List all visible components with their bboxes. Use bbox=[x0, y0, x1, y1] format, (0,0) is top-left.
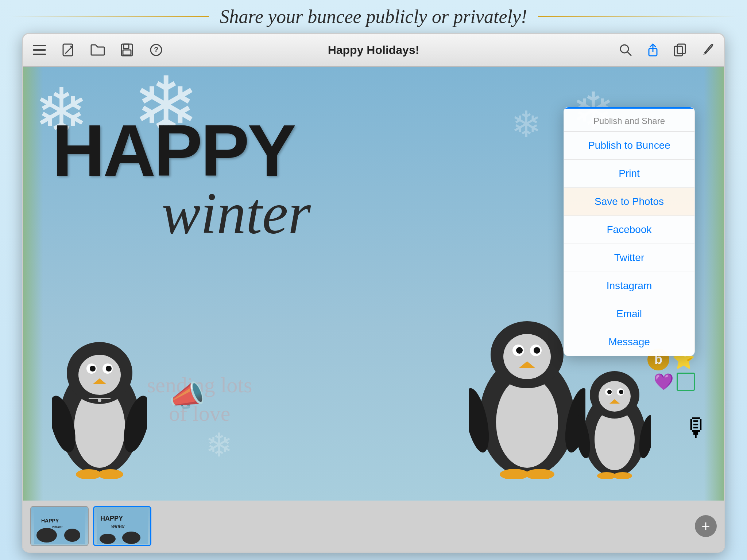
banner-line-left bbox=[11, 16, 209, 17]
happy-text: HAPPY bbox=[52, 114, 294, 187]
svg-line-11 bbox=[627, 52, 631, 55]
publish-to-buncee-item[interactable]: Publish to Buncee bbox=[564, 132, 694, 160]
toolbar-left: ? bbox=[30, 41, 616, 59]
save-to-photos-item[interactable]: Save to Photos bbox=[564, 188, 694, 216]
svg-point-47 bbox=[599, 381, 631, 412]
svg-text:HAPPY: HAPPY bbox=[100, 515, 123, 522]
svg-point-50 bbox=[607, 390, 612, 394]
device-frame: ? Happy Holidays! bbox=[22, 33, 725, 553]
svg-point-58 bbox=[36, 528, 57, 542]
svg-point-65 bbox=[100, 534, 116, 544]
save-icon[interactable] bbox=[118, 41, 136, 59]
svg-point-29 bbox=[98, 398, 101, 402]
toolbar-center: Happy Holidays! bbox=[328, 43, 419, 57]
svg-text:winter: winter bbox=[111, 523, 125, 529]
penguin-left bbox=[52, 340, 147, 479]
share-icon[interactable] bbox=[644, 41, 662, 59]
svg-rect-0 bbox=[33, 45, 46, 46]
megaphone-icon: 📣 bbox=[169, 379, 205, 413]
dropdown-popup: Publish and Share Publish to Buncee Prin… bbox=[564, 107, 695, 356]
new-doc-icon[interactable] bbox=[59, 41, 78, 59]
print-item[interactable]: Print bbox=[564, 160, 694, 188]
svg-text:winter: winter bbox=[52, 524, 63, 529]
duplicate-icon[interactable] bbox=[671, 41, 689, 59]
toolbar-right bbox=[616, 41, 717, 59]
svg-point-38 bbox=[534, 347, 540, 354]
dropdown-header-text: Publish and Share bbox=[593, 116, 665, 126]
folder-icon[interactable] bbox=[89, 41, 107, 59]
banner-line-right bbox=[538, 16, 736, 17]
svg-point-37 bbox=[516, 347, 523, 354]
facebook-item[interactable]: Facebook bbox=[564, 216, 694, 244]
svg-point-22 bbox=[90, 366, 96, 372]
help-icon[interactable]: ? bbox=[147, 41, 165, 59]
microphone-icon: 🎙 bbox=[684, 413, 709, 442]
search-icon[interactable] bbox=[616, 41, 635, 59]
svg-rect-7 bbox=[123, 50, 131, 55]
svg-point-32 bbox=[496, 377, 558, 468]
message-item[interactable]: Message bbox=[564, 328, 694, 356]
svg-text:HAPPY: HAPPY bbox=[41, 518, 59, 524]
svg-rect-6 bbox=[124, 44, 129, 48]
winter-text: winter bbox=[162, 180, 311, 247]
svg-rect-1 bbox=[33, 49, 46, 51]
thumbnail-1-content: HAPPY winter bbox=[31, 507, 88, 545]
snowflake-4: ❄ bbox=[511, 103, 542, 146]
sticker-heart: 💜 bbox=[654, 372, 674, 391]
thumbnail-strip: HAPPY winter HAPPY winter + bbox=[23, 501, 724, 552]
email-item[interactable]: Email bbox=[564, 300, 694, 328]
thumbnail-2[interactable]: HAPPY winter bbox=[93, 506, 151, 546]
svg-point-59 bbox=[64, 529, 80, 542]
thumbnail-2-content: HAPPY winter bbox=[94, 507, 150, 545]
canvas: ❄ ❄ ❄ ❄ ❄ HAPPY winter sending lotsof lo… bbox=[23, 67, 724, 501]
instagram-item[interactable]: Instagram bbox=[564, 272, 694, 300]
svg-line-4 bbox=[65, 46, 73, 54]
dropdown-header: Publish and Share bbox=[564, 109, 694, 132]
toolbar-title: Happy Holidays! bbox=[328, 43, 419, 57]
svg-point-66 bbox=[122, 532, 140, 544]
add-slide-button[interactable]: + bbox=[695, 515, 717, 537]
menu-icon[interactable] bbox=[30, 41, 49, 59]
svg-rect-15 bbox=[677, 44, 685, 54]
snowflake-5: ❄ bbox=[205, 426, 233, 464]
svg-text:?: ? bbox=[154, 46, 158, 54]
svg-rect-14 bbox=[674, 46, 682, 56]
banner-title: Share your buncee publicly or privately! bbox=[220, 6, 527, 27]
twitter-item[interactable]: Twitter bbox=[564, 244, 694, 272]
svg-rect-2 bbox=[33, 54, 46, 55]
top-banner: Share your buncee publicly or privately! bbox=[0, 0, 747, 33]
content-area: ❄ ❄ ❄ ❄ ❄ HAPPY winter sending lotsof lo… bbox=[23, 67, 724, 501]
svg-point-51 bbox=[619, 390, 623, 394]
svg-point-34 bbox=[503, 334, 551, 379]
sticker-green-box bbox=[677, 373, 695, 391]
svg-point-19 bbox=[78, 355, 121, 395]
pencil-icon[interactable] bbox=[698, 41, 717, 59]
toolbar: ? Happy Holidays! bbox=[23, 34, 724, 67]
svg-point-23 bbox=[106, 366, 112, 372]
thumbnail-1[interactable]: HAPPY winter bbox=[30, 506, 89, 546]
penguin-right-small bbox=[578, 369, 651, 479]
